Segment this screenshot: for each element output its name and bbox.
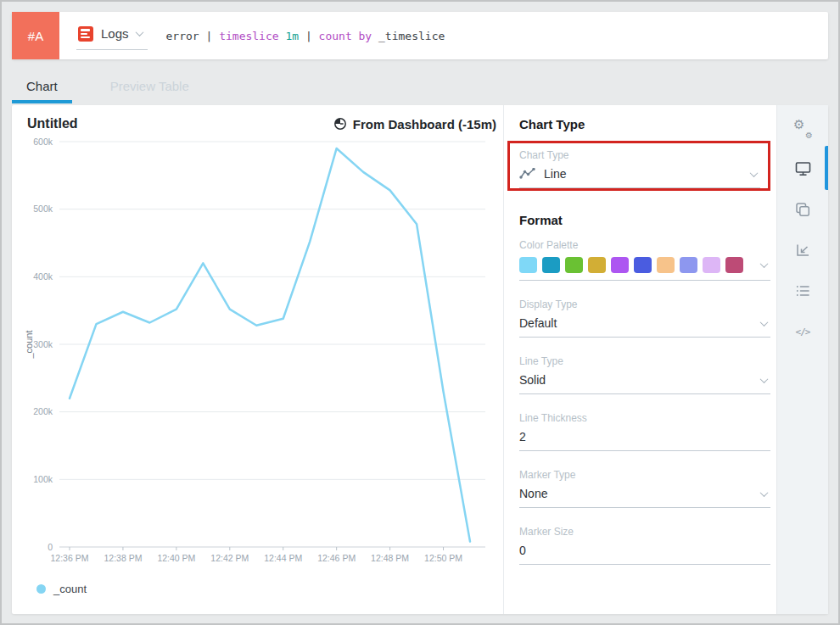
icon-rail: ⚙⚙ [776, 105, 828, 614]
format-section-title: Format [519, 213, 770, 227]
axes-settings-button[interactable] [790, 237, 815, 263]
field-line-type: Line TypeSolid [519, 355, 770, 394]
query-segment: 1m [285, 30, 299, 42]
legend-dot-icon [36, 584, 46, 594]
format-fields: Display TypeDefaultLine TypeSolidLine Th… [519, 299, 770, 565]
palette-swatch [611, 257, 629, 273]
palette-swatch [588, 257, 606, 273]
svg-text:12:42 PM: 12:42 PM [210, 553, 249, 563]
chart-section: Untitled From Dashboard (-15m) 0100k200k… [12, 105, 504, 614]
display-type-value: Default [519, 316, 761, 330]
chart-type-value: Line [544, 167, 751, 181]
field-marker-size: Marker Size0 [519, 526, 770, 565]
query-segment: | [199, 30, 219, 42]
query-input[interactable]: error | timeslice 1m | count by _timesli… [166, 30, 445, 42]
chevron-down-icon [760, 318, 769, 326]
svg-text:12:46 PM: 12:46 PM [317, 553, 356, 563]
time-range-button[interactable]: From Dashboard (-15m) [333, 117, 496, 131]
display-type-label: Display Type [519, 299, 770, 310]
line-type-label: Line Type [519, 355, 770, 367]
field-line-thickness: Line Thickness2 [519, 412, 770, 451]
chart-header: Untitled From Dashboard (-15m) [12, 105, 503, 131]
chart-type-field-label: Chart Type [519, 149, 760, 161]
chevron-down-icon [750, 169, 759, 177]
chevron-down-icon [760, 488, 769, 497]
legend-settings-button[interactable] [790, 278, 815, 304]
highlight-box: Chart Type Line [507, 141, 770, 191]
marker-size-label: Marker Size [519, 526, 770, 538]
chevron-down-icon [760, 375, 769, 383]
query-segment: timeslice [219, 30, 285, 42]
svg-text:400k: 400k [33, 271, 53, 282]
svg-text:0: 0 [48, 542, 53, 552]
svg-text:_count: _count [24, 330, 34, 359]
gears-icon: ⚙⚙ [793, 119, 812, 137]
svg-text:300k: 300k [33, 339, 53, 349]
json-code-button[interactable]: </> [790, 319, 815, 344]
palette-swatch [657, 257, 675, 273]
color-palette-label: Color Palette [519, 239, 770, 251]
query-segment: | [299, 30, 318, 42]
line-type-dropdown[interactable]: Solid [519, 373, 770, 394]
svg-text:12:36 PM: 12:36 PM [51, 553, 89, 563]
active-tool-indicator [825, 146, 828, 190]
display-type-dropdown[interactable]: Default [519, 316, 770, 338]
logs-icon [78, 26, 93, 42]
tab-preview-table[interactable]: Preview Table [96, 71, 204, 103]
palette-swatch [565, 257, 583, 273]
chart-axes-icon [794, 242, 811, 259]
monitor-icon [794, 160, 812, 177]
svg-text:12:38 PM: 12:38 PM [104, 553, 142, 563]
display-settings-button[interactable] [790, 156, 815, 181]
list-icon [794, 282, 811, 299]
source-type-label: Logs [101, 26, 129, 41]
clock-icon [333, 117, 347, 131]
source-type-selector[interactable]: Logs [76, 22, 148, 50]
svg-text:12:48 PM: 12:48 PM [371, 553, 409, 563]
svg-text:100k: 100k [33, 474, 53, 484]
tab-bar: Chart Preview Table [12, 71, 204, 103]
overlay-panels-button[interactable] [790, 197, 815, 222]
line-thickness-input[interactable]: 2 [519, 430, 770, 451]
line-thickness-label: Line Thickness [519, 412, 770, 424]
query-bar: #A Logs error | timeslice 1m | count by … [12, 12, 828, 59]
palette-swatch [634, 257, 652, 273]
field-marker-type: Marker TypeNone [519, 469, 770, 508]
chevron-down-icon [760, 259, 769, 268]
main-panel: Untitled From Dashboard (-15m) 0100k200k… [12, 105, 828, 614]
line-thickness-value: 2 [519, 430, 770, 444]
chart-title: Untitled [27, 116, 78, 131]
svg-text:12:50 PM: 12:50 PM [424, 553, 462, 563]
panel-settings-button[interactable]: ⚙⚙ [790, 115, 815, 141]
marker-size-value: 0 [519, 544, 770, 557]
legend-item[interactable]: _count [36, 583, 87, 595]
palette-swatch [725, 257, 743, 273]
settings-panel: Chart Type Chart Type Line Format Color … [504, 105, 776, 614]
svg-text:12:44 PM: 12:44 PM [264, 553, 302, 563]
legend-label: _count [53, 583, 87, 595]
marker-type-value: None [519, 487, 761, 500]
chart-type-section-title: Chart Type [519, 117, 770, 131]
panel-badge: #A [12, 12, 59, 59]
overlapping-squares-icon [794, 201, 811, 218]
palette-swatch [542, 257, 560, 273]
palette-swatch [519, 257, 537, 273]
chart-type-dropdown[interactable]: Line [519, 167, 760, 188]
svg-text:500k: 500k [33, 204, 53, 214]
query-segment: _timeslice [372, 30, 445, 42]
palette-swatch [703, 257, 720, 273]
panel-editor-window: #A Logs error | timeslice 1m | count by … [0, 0, 840, 625]
query-segment: count by [319, 30, 372, 42]
tab-chart[interactable]: Chart [12, 71, 72, 103]
field-display-type: Display TypeDefault [519, 299, 770, 338]
line-chart-icon [519, 168, 535, 180]
marker-type-dropdown[interactable]: None [519, 487, 770, 508]
chevron-down-icon [135, 28, 143, 36]
color-palette-dropdown[interactable] [519, 257, 770, 281]
chart-svg: 0100k200k300k400k500k600k12:36 PM12:38 P… [20, 133, 492, 571]
marker-size-input[interactable]: 0 [519, 544, 770, 565]
svg-text:200k: 200k [33, 406, 53, 416]
time-range-label: From Dashboard (-15m) [353, 117, 496, 131]
marker-type-label: Marker Type [519, 469, 770, 481]
color-palette-swatches [519, 257, 761, 273]
